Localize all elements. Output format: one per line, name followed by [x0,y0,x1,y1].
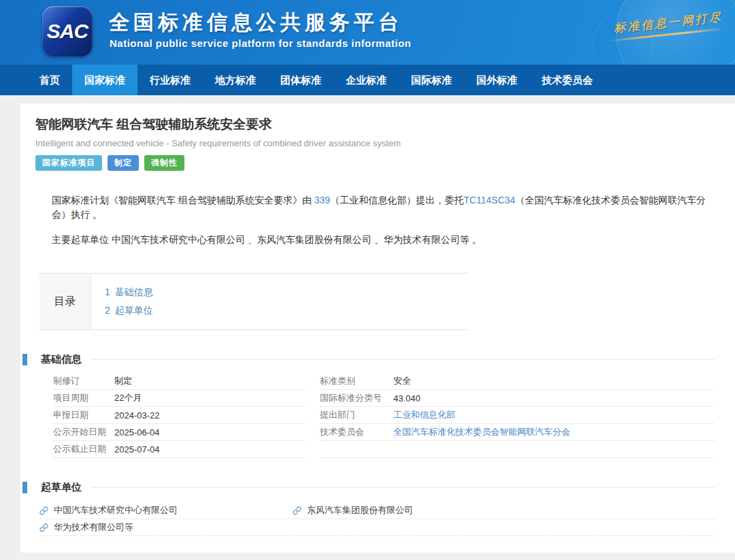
table-row-empty [320,441,715,458]
nav-item-home[interactable]: 首页 [27,65,72,95]
toc-item-basic-info[interactable]: 1基础信息 [105,283,153,301]
technical-committee-link[interactable]: 全国汽车标准化技术委员会智能网联汽车分会 [393,426,570,438]
info-value: 2025-07-04 [114,444,160,455]
main-nav: 首页 国家标准 行业标准 地方标准 团体标准 企业标准 国际标准 国外标准 技术… [0,65,735,95]
table-row: 技术委员会 全国汽车标准化技术委员会智能网联汽车分会 [320,424,715,441]
info-value: 43.040 [393,393,421,403]
table-row: 申报日期 2024-03-22 [53,407,305,424]
badge-row: 国家标准项目 制定 强制性 [35,155,735,171]
info-label: 技术委员会 [320,426,393,438]
table-row: 公示截止日期 2025-07-04 [53,441,305,458]
table-row: 华为技术有限公司等 [39,519,715,536]
table-row: 标准类别 安全 [320,373,715,390]
info-value: 2025-06-04 [114,427,160,438]
info-value: 2024-03-22 [114,410,160,421]
page-background: 智能网联汽车 组合驾驶辅助系统安全要求 Intelligent and conn… [0,103,735,560]
table-of-contents: 目录 1基础信息 2起草单位 [39,273,468,330]
company-name: 东风汽车集团股份有限公司 [307,504,413,516]
intro-paragraph-1: 国家标准计划《智能网联汽车 组合驾驶辅助系统安全要求》由 339（工业和信息化部… [52,193,708,222]
section-header-drafting-units: 起草单位 [20,481,735,494]
table-row: 项目周期 22个月 [53,390,305,407]
toc-item-label: 基础信息 [115,286,153,297]
info-label: 公示开始日期 [53,426,114,438]
basic-info-right-column: 标准类别 安全 国际标准分类号 43.040 提出部门 工业和信息化部 技术委员… [320,373,715,458]
info-label: 制修订 [53,375,114,387]
link-icon [39,523,48,532]
section-header-basic-info: 基础信息 [20,353,735,366]
link-icon [293,506,301,515]
nav-item-industry-standards[interactable]: 行业标准 [137,65,203,95]
toc-item-number: 1 [105,286,110,297]
section-title: 起草单位 [41,481,82,494]
standard-title: 智能网联汽车 组合驾驶辅助系统安全要求 [35,116,735,133]
intro-paragraph-2: 主要起草单位 中国汽车技术研究中心有限公司 、东风汽车集团股份有限公司 、华为技… [52,233,708,247]
toc-item-label: 起草单位 [115,305,153,316]
info-label: 提出部门 [320,409,393,421]
nav-item-foreign-standards[interactable]: 国外标准 [464,65,529,95]
table-row: 国际标准分类号 43.040 [320,390,715,407]
table-row: 公示开始日期 2025-06-04 [53,424,305,441]
site-title: 全国标准信息公共服务平台 [109,9,403,37]
table-row: 制修订 制定 [53,373,305,390]
section-title: 基础信息 [41,353,82,366]
info-label: 公示截止日期 [53,443,114,455]
toc-item-drafting-units[interactable]: 2起草单位 [105,301,153,320]
toc-label: 目录 [39,274,91,329]
nav-item-enterprise-standards[interactable]: 企业标准 [333,65,399,95]
site-header: SAC 全国标准信息公共服务平台 National public service… [0,0,735,65]
proposing-department-link[interactable]: 工业和信息化部 [393,409,455,421]
sac-logo-text: SAC [47,20,88,43]
info-value: 22个月 [114,392,142,404]
company-name: 中国汽车技术研究中心有限公司 [54,504,178,516]
content-card: 智能网联汽车 组合驾驶辅助系统安全要求 Intelligent and conn… [20,103,735,553]
nav-item-international-standards[interactable]: 国际标准 [399,65,464,95]
section-divider-line [91,487,715,488]
basic-info-table: 制修订 制定 项目周期 22个月 申报日期 2024-03-22 公示开始日期 … [53,373,715,458]
info-label: 标准类别 [320,375,393,387]
badge-national-standard-project: 国家标准项目 [35,155,102,171]
link-icon [39,506,48,515]
nav-item-local-standards[interactable]: 地方标准 [203,65,268,95]
info-label: 申报日期 [53,409,114,421]
table-row: 提出部门 工业和信息化部 [320,407,715,424]
section-accent-bar [22,482,27,493]
toc-item-number: 2 [105,305,110,316]
nav-item-national-standards[interactable]: 国家标准 [72,65,137,95]
dept-code-link[interactable]: 339 [314,195,330,205]
info-label: 项目周期 [53,392,114,404]
list-item[interactable]: 东风汽车集团股份有限公司 [293,504,413,516]
company-name: 华为技术有限公司等 [54,521,133,533]
list-item[interactable]: 华为技术有限公司等 [39,521,293,533]
intro-text: 国家标准计划《智能网联汽车 组合驾驶辅助系统安全要求》由 [52,195,314,205]
intro-text: （工业和信息化部）提出，委托 [330,195,463,205]
basic-info-left-column: 制修订 制定 项目周期 22个月 申报日期 2024-03-22 公示开始日期 … [53,373,305,458]
info-label: 国际标准分类号 [320,392,393,404]
sac-logo[interactable]: SAC [42,6,93,56]
site-subtitle: National public service platform for sta… [110,37,411,49]
badge-mandatory: 强制性 [144,155,184,171]
tc-code-link[interactable]: TC114SC34 [463,195,515,205]
info-value: 安全 [393,375,411,387]
section-divider-line [91,359,715,360]
standard-title-english: Intelligent and connected vehicle - Safe… [35,138,735,148]
nav-item-group-standards[interactable]: 团体标准 [268,65,333,95]
table-row: 中国汽车技术研究中心有限公司 东风汽车集团股份有限公司 [39,502,715,519]
toc-list: 1基础信息 2起草单位 [91,274,153,329]
list-item[interactable]: 中国汽车技术研究中心有限公司 [39,504,293,516]
info-value: 制定 [114,375,132,387]
drafting-units-list: 中国汽车技术研究中心有限公司 东风汽车集团股份有限公司 华为技术有限公司等 [39,502,715,536]
badge-formulate: 制定 [108,155,139,171]
nav-item-technical-committee[interactable]: 技术委员会 [529,65,605,95]
section-accent-bar [22,354,27,365]
